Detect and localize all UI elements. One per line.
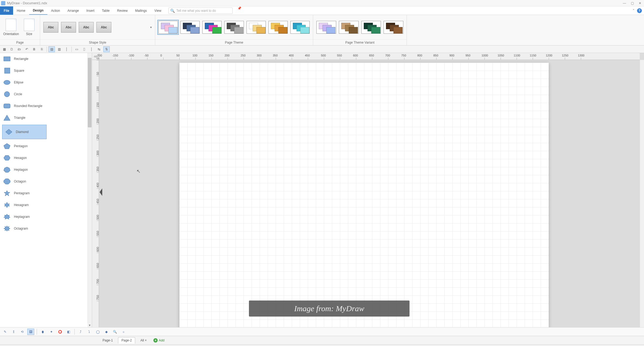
tell-me-search[interactable]: 🔍 Tell me what you want to do — [168, 7, 233, 14]
menu-tab-action[interactable]: Action — [47, 6, 64, 15]
bottom-tool-12[interactable]: 🔍 — [111, 329, 118, 335]
bottom-tool-13[interactable]: ⟐ — [120, 329, 127, 335]
page-theme-swatch-5[interactable] — [268, 21, 288, 34]
bottom-tool-4[interactable]: ⬮ — [39, 329, 46, 335]
bottom-tool-5[interactable]: ✦ — [48, 329, 55, 335]
menu-bar: File HomeDesignActionArrangeInsertTableR… — [0, 6, 644, 15]
bottom-tool-0[interactable]: ✎ — [2, 329, 9, 335]
bottom-tool-6[interactable]: ⭕ — [56, 329, 63, 335]
toolbar-button-12[interactable]: ⇆ — [96, 46, 102, 52]
page-theme-variant-swatch-2[interactable] — [361, 21, 381, 34]
page-tab-page-2[interactable]: Page-2 — [118, 337, 135, 344]
menu-tab-review[interactable]: Review — [113, 6, 131, 15]
page-theme-swatch-4[interactable] — [247, 21, 266, 34]
orientation-label: Orientation — [3, 32, 19, 36]
shape-style-swatch-0[interactable]: Abc — [43, 22, 58, 33]
page-theme-variant-swatch-3[interactable] — [384, 21, 403, 34]
menu-tab-mailings[interactable]: Mailings — [131, 6, 151, 15]
toolbar-button-6[interactable]: ▤ — [48, 46, 55, 52]
shape-style-swatch-2[interactable]: Abc — [79, 22, 94, 33]
shape-item-octagram[interactable]: Octagram — [0, 223, 88, 234]
toolbar-button-13[interactable]: ⇅ — [103, 46, 110, 52]
svg-marker-10 — [4, 179, 10, 184]
shape-item-heptagon[interactable]: Heptagon — [0, 164, 88, 176]
page-theme-variant-swatch-1[interactable] — [339, 21, 359, 34]
shape-item-rectangle[interactable]: Rectangle — [0, 53, 88, 65]
vertical-ruler[interactable]: 0501001502002503003504004505005506006507… — [92, 60, 99, 327]
shape-item-hexagram[interactable]: Hexagram — [0, 199, 88, 211]
h-ruler-tick: 0 — [163, 58, 179, 60]
ribbon-pin-icon[interactable]: 📌 — [237, 6, 241, 15]
bottom-tool-1[interactable]: ↥ — [10, 329, 17, 335]
orientation-button[interactable]: Orientation — [3, 19, 19, 36]
ribbon-collapse-icon[interactable]: ˄ — [633, 9, 634, 13]
scrollbar-down-arrow[interactable]: ▼ — [88, 323, 92, 327]
bottom-tool-3[interactable]: 🖼 — [27, 329, 34, 335]
shape-style-swatch-1[interactable]: Abc — [61, 22, 76, 33]
bottom-tool-8[interactable]: ⤴ — [77, 329, 84, 335]
canvas-scrollbar-vertical[interactable] — [640, 60, 644, 327]
bottom-tool-9[interactable]: ⤵ — [86, 329, 93, 335]
drawing-page[interactable] — [179, 63, 549, 327]
horizontal-ruler[interactable]: -200-150-100-500501001502002503003504004… — [99, 53, 640, 60]
page-add-button[interactable]: +Add — [153, 338, 164, 343]
scrollbar-thumb[interactable] — [88, 58, 92, 127]
menu-tab-design[interactable]: Design — [29, 6, 47, 15]
h-ruler-label: 1000 — [482, 54, 488, 57]
shape-style-more-icon[interactable]: ▾ — [150, 25, 152, 29]
menu-tab-home[interactable]: Home — [13, 6, 29, 15]
bottom-tool-11[interactable]: ◆ — [103, 329, 110, 335]
rect-icon — [3, 56, 11, 62]
toolbar-button-7[interactable]: ▥ — [56, 46, 62, 52]
ellipse-icon — [3, 79, 11, 86]
shape-item-pentagram[interactable]: Pentagram — [0, 187, 88, 199]
close-button[interactable]: ✕ — [639, 1, 641, 5]
bottom-tool-7[interactable]: ◧ — [65, 329, 72, 335]
page-theme-swatch-3[interactable] — [224, 21, 244, 34]
shape-item-square[interactable]: Square — [0, 65, 88, 77]
shape-item-label: Pentagon — [14, 144, 28, 148]
page-theme-swatch-2[interactable] — [202, 21, 222, 34]
toolbar-button-2[interactable]: 🗁 — [16, 46, 22, 52]
toolbar-button-1[interactable]: 🗋 — [9, 46, 15, 52]
page-theme-swatch-6[interactable] — [290, 21, 310, 34]
v-ruler-tick: 750 — [97, 301, 99, 317]
shape-item-diamond[interactable]: Diamond — [2, 125, 47, 139]
page-tab-all[interactable]: All × — [137, 337, 150, 344]
toolbar-button-9[interactable]: ▭ — [73, 46, 80, 52]
page-theme-swatch-1[interactable] — [180, 21, 200, 34]
menu-tab-view[interactable]: View — [151, 6, 165, 15]
toolbar-button-4[interactable]: 🗎 — [31, 46, 37, 52]
page-theme-variant-swatch-0[interactable] — [316, 21, 336, 34]
shape-item-rounded-rectangle[interactable]: Rounded Rectangle — [0, 100, 88, 112]
menu-tab-arrange[interactable]: Arrange — [64, 6, 83, 15]
page-theme-swatch-0[interactable] — [158, 21, 178, 34]
bottom-tool-10[interactable]: ◯ — [94, 329, 101, 335]
panel-collapse-handle[interactable] — [100, 188, 102, 196]
canvas-viewport[interactable]: ↖ Image from: MyDraw — [99, 60, 640, 327]
shape-item-heptagram[interactable]: Heptagram — [0, 211, 88, 223]
size-button[interactable]: Size — [22, 19, 37, 36]
shape-item-ellipse[interactable]: Ellipse — [0, 77, 88, 88]
shape-item-circle[interactable]: Circle — [0, 88, 88, 100]
menu-tab-insert[interactable]: Insert — [83, 6, 98, 15]
maximize-button[interactable]: ▢ — [631, 1, 634, 5]
shape-item-triangle[interactable]: Triangle — [0, 112, 88, 124]
toolbar-button-5[interactable]: ⎘ — [39, 46, 45, 52]
help-button[interactable]: ? — [637, 8, 642, 13]
toolbar-button-8[interactable]: │ — [63, 46, 70, 52]
toolbar-button-11[interactable]: │ — [88, 46, 95, 52]
shape-item-hexagon[interactable]: Hexagon — [0, 152, 88, 164]
toolbar-button-3[interactable]: ↶ — [24, 46, 30, 52]
toolbar-button-0[interactable]: ▦ — [1, 46, 7, 52]
bottom-toolbar: ✎↥⟲🖼⬮✦⭕◧⤴⤵◯◆🔍⟐ — [0, 327, 644, 336]
page-tab-page-1[interactable]: Page-1 — [99, 337, 116, 344]
shape-style-swatch-3[interactable]: Abc — [96, 22, 111, 33]
toolbar-button-10[interactable]: ⌷ — [81, 46, 87, 52]
minimize-button[interactable]: — — [623, 1, 626, 5]
shape-item-octagon[interactable]: Octagon — [0, 176, 88, 187]
menu-file[interactable]: File — [0, 6, 13, 15]
bottom-tool-2[interactable]: ⟲ — [19, 329, 26, 335]
menu-tab-table[interactable]: Table — [98, 6, 113, 15]
shape-item-pentagon[interactable]: Pentagon — [0, 140, 88, 152]
